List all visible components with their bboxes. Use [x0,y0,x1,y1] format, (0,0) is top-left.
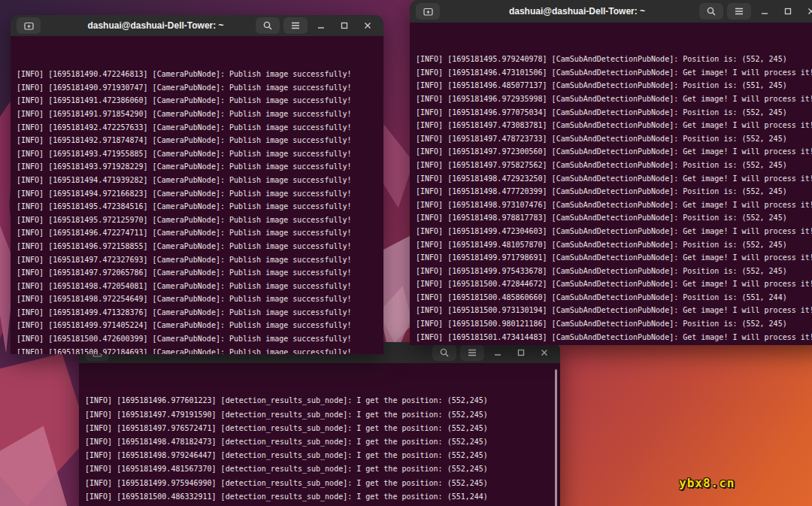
log-line: [INFO] [1695181498.478182473] [detection… [85,435,560,449]
log-line: [INFO] [1695181498.978817783] [CamSubAnd… [416,211,812,225]
log-line: [INFO] [1695181499.975946990] [detection… [85,477,560,490]
terminal-window-detection-results: [INFO] [1695181496.977601223] [detection… [79,342,560,506]
log-line: [INFO] [1695181490.472246813] [CameraPub… [17,68,383,81]
log-line: [INFO] [1695181498.472054081] [CameraPub… [17,280,383,293]
log-line: [INFO] [1695181497.473083781] [CamSubAnd… [416,119,812,132]
search-button[interactable] [256,17,280,34]
log-line: [INFO] [1695181499.971798691] [CamSubAnd… [416,251,812,265]
new-tab-icon [423,6,434,17]
search-button[interactable] [432,344,456,361]
maximize-icon [340,21,349,30]
log-line: [INFO] [1695181495.979240978] [CamSubAnd… [416,53,812,66]
log-lines: [INFO] [1695181490.472246813] [CameraPub… [17,68,383,354]
terminal-output[interactable]: [INFO] [1695181490.472246813] [CameraPub… [11,36,383,354]
log-line: [INFO] [1695181494.471939282] [CameraPub… [17,174,383,187]
minimize-icon [760,7,769,16]
maximize-button[interactable] [335,17,354,34]
log-line: [INFO] [1695181497.472327693] [CameraPub… [17,253,383,267]
minimize-button[interactable] [311,17,331,34]
maximize-button[interactable] [511,344,531,361]
minimize-button[interactable] [755,3,774,20]
close-button[interactable] [358,17,377,34]
close-button[interactable] [801,3,812,20]
window-title: dashuai@dashuai-Dell-Tower: ~ [455,6,699,17]
log-line: [INFO] [1695181494.972166823] [CameraPub… [17,187,383,201]
log-line: [INFO] [1695181498.979246447] [detection… [85,449,560,462]
log-line: [INFO] [1695181497.976572471] [detection… [85,422,560,435]
log-line: [INFO] [1695181496.972158855] [CameraPub… [17,240,383,253]
menu-button[interactable] [460,344,484,361]
log-line: [INFO] [1695181500.973130194] [CamSubAnd… [416,304,812,317]
log-line: [INFO] [1695181499.472304603] [CamSubAnd… [416,225,812,238]
log-line: [INFO] [1695181491.971854290] [CameraPub… [17,108,383,121]
hamburger-menu-icon [467,348,477,357]
log-lines: [INFO] [1695181496.977601223] [detection… [85,394,560,506]
new-tab-button[interactable] [416,3,440,20]
log-line: [INFO] [1695181496.972935998] [CamSubAnd… [416,92,812,106]
maximize-icon [783,7,792,16]
wallpaper-facet [0,406,79,506]
log-line: [INFO] [1695181499.471328376] [CameraPub… [17,306,383,320]
log-line: [INFO] [1695181496.977075034] [CamSubAnd… [416,106,812,120]
titlebar[interactable]: dashuai@dashuai-Dell-Tower: ~ [11,15,383,36]
log-line: [INFO] [1695181499.971405224] [CameraPub… [17,319,383,332]
search-icon [262,20,273,31]
menu-button[interactable] [283,17,308,34]
log-line: [INFO] [1695181492.472257633] [CameraPub… [17,121,383,135]
log-line: [INFO] [1695181498.972254649] [CameraPub… [17,292,383,306]
wallpaper-facet [380,286,413,350]
wallpaper-facet [380,124,414,259]
wallpaper-facet [378,211,414,350]
log-line: [INFO] [1695181498.472923250] [CamSubAnd… [416,172,812,186]
hamburger-menu-icon [734,7,744,16]
log-line: [INFO] [1695181499.975433678] [CamSubAnd… [416,265,812,278]
log-line: [INFO] [1695181493.971928229] [CameraPub… [17,160,383,174]
log-line: [INFO] [1695181498.973107476] [CamSubAnd… [416,198,812,212]
log-line: [INFO] [1695181496.472274711] [CameraPub… [17,226,383,240]
log-lines: [INFO] [1695181495.979240978] [CamSubAnd… [416,53,812,345]
log-line: [INFO] [1695181496.977601223] [detection… [85,394,560,408]
minimize-button[interactable] [488,344,508,361]
log-line: [INFO] [1695181492.971874874] [CameraPub… [17,134,383,147]
log-line: [INFO] [1695181497.479191590] [detection… [85,408,560,422]
new-tab-button[interactable] [17,17,41,34]
minimize-icon [493,348,502,357]
desktop: [INFO] [1695181496.977601223] [detection… [0,0,812,506]
close-icon [363,21,372,30]
search-icon [706,6,717,17]
terminal-output[interactable]: [INFO] [1695181496.977601223] [detection… [79,363,560,506]
log-line: [INFO] [1695181500.485860660] [CamSubAnd… [416,291,812,305]
close-button[interactable] [535,344,554,361]
log-line: [INFO] [1695181490.971930747] [CameraPub… [17,81,383,95]
wallpaper-facet [0,353,89,506]
log-line: [INFO] [1695181501.487545659] [CamSubAnd… [416,344,812,345]
log-line: [INFO] [1695181491.472386060] [CameraPub… [17,94,383,108]
log-line: [INFO] [1695181496.473101506] [CamSubAnd… [416,66,812,80]
log-line: [INFO] [1695181500.972184693] [CameraPub… [17,346,383,354]
log-line: [INFO] [1695181493.471955885] [CameraPub… [17,147,383,161]
log-line: [INFO] [1695181497.972300560] [CamSubAnd… [416,145,812,159]
search-icon [439,347,450,358]
terminal-output[interactable]: [INFO] [1695181495.979240978] [CamSubAnd… [410,23,812,345]
new-tab-icon [23,20,35,32]
maximize-button[interactable] [778,3,798,20]
titlebar[interactable]: dashuai@dashuai-Dell-Tower: ~ [410,0,812,23]
log-line: [INFO] [1695181499.481567370] [detection… [85,462,560,476]
window-title: dashuai@dashuai-Dell-Tower: ~ [56,20,256,31]
log-line: [INFO] [1695181500.472600399] [CameraPub… [17,332,383,346]
log-line: [INFO] [1695181500.486332911] [detection… [85,490,560,504]
log-line: [INFO] [1695181495.472384516] [CameraPub… [17,200,383,214]
terminal-window-camera-pub: dashuai@dashuai-Dell-Tower: ~ [11,15,383,353]
log-line: [INFO] [1695181498.477720399] [CamSubAnd… [416,185,812,198]
close-icon [807,7,812,16]
maximize-icon [517,348,526,357]
menu-button[interactable] [727,3,751,20]
watermark: ybx8.cn [679,476,735,490]
log-line: [INFO] [1695181497.972065786] [CameraPub… [17,266,383,280]
log-line: [INFO] [1695181499.481057870] [CamSubAnd… [416,238,812,252]
log-line: [INFO] [1695181501.473414483] [CamSubAnd… [416,331,812,344]
log-line: [INFO] [1695181500.472844672] [CamSubAnd… [416,277,812,291]
search-button[interactable] [699,3,723,20]
scrollbar[interactable] [555,369,557,506]
log-line: [INFO] [1695181496.485077137] [CamSubAnd… [416,79,812,92]
